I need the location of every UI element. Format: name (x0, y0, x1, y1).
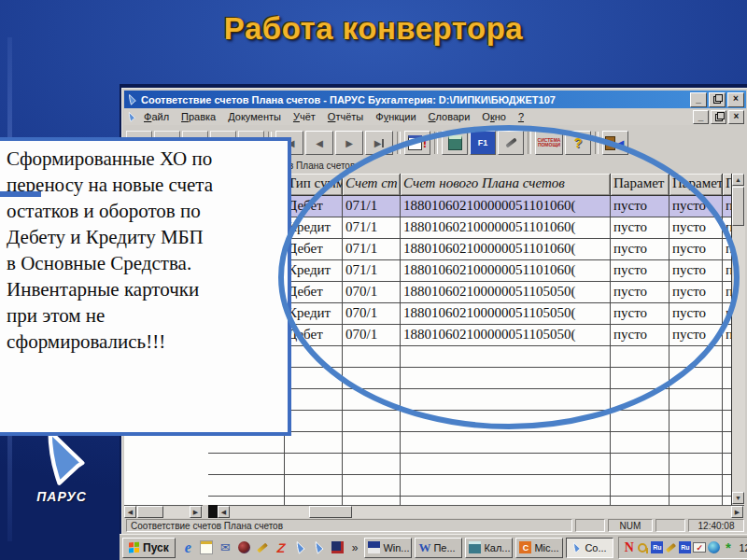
table-cell (285, 454, 343, 475)
ru-indicator[interactable]: Ru (679, 541, 691, 553)
table-cell (343, 454, 401, 475)
parus-sail-icon[interactable] (292, 539, 308, 555)
table-cell: 070/1 (343, 325, 401, 346)
table-cell: Кредит (285, 217, 343, 239)
tools-button[interactable] (498, 131, 524, 155)
restore-button[interactable] (709, 92, 726, 107)
table-cell: пусто (669, 303, 723, 325)
table-cell: пусто (611, 303, 669, 325)
table-cell (343, 389, 401, 411)
table-cell (669, 346, 723, 368)
system-help-button[interactable]: СИСТЕМА ПОМОЩИ (535, 131, 563, 155)
f1-reference-button[interactable]: F1 (470, 131, 496, 155)
pencil-icon[interactable] (255, 539, 271, 555)
nod32-icon[interactable]: N (623, 541, 635, 553)
next-record-button[interactable]: ▶ (335, 131, 363, 155)
exit-arrow-icon: ◄ (616, 137, 627, 148)
window-controls: _ × (690, 92, 744, 107)
scroll-up-button[interactable]: ▲ (732, 174, 744, 186)
calculator-icon (448, 135, 462, 150)
table-scroll-left-button[interactable]: ◀ (218, 506, 230, 518)
table-cell (669, 368, 723, 389)
table-cell: Кредит (285, 303, 343, 325)
start-button[interactable]: Пуск (122, 538, 176, 558)
mdi-minimize-button[interactable]: _ (693, 110, 709, 124)
table-row-empty[interactable] (208, 475, 744, 497)
table-cell (208, 497, 285, 505)
table-hscrollbar[interactable]: ◀ ▶ (218, 505, 744, 519)
table-cell: Дебет (285, 196, 343, 217)
taskbar: Пуск e✉Z » Win...WПе...Кал...СМіс...Со..… (120, 534, 747, 560)
menu-item-3[interactable]: Учёт (288, 110, 321, 123)
table-cell (285, 432, 343, 454)
status-panel (655, 519, 685, 532)
exit-button[interactable]: ◄ (602, 131, 628, 155)
calculator-button[interactable] (442, 131, 468, 155)
table-cell: пусто (669, 282, 723, 303)
menu-item-6[interactable]: Словари (423, 110, 476, 123)
scroll-down-button[interactable]: ▼ (732, 492, 744, 504)
menu-item-1[interactable]: Правка (176, 110, 221, 123)
taskbar-task-1[interactable]: WПе... (415, 538, 462, 558)
mail-icon[interactable]: ✓ (693, 542, 706, 553)
parus-sail-icon[interactable] (311, 539, 327, 555)
table-cell (401, 346, 611, 368)
menu-item-2[interactable]: Документы (222, 110, 287, 123)
last-record-button[interactable]: ▶ (365, 131, 393, 155)
status-bar: Соответствие счетов Плана счетов NUM 12:… (124, 518, 746, 533)
taskbar-task-3[interactable]: СМіс... (515, 538, 563, 558)
minimize-button[interactable]: _ (690, 92, 707, 107)
previous-record-button[interactable]: ◀ (305, 131, 333, 155)
key-icon[interactable] (637, 541, 649, 553)
window-title: Соответствие счетов Плана счетов - ПАРУС… (141, 94, 686, 105)
column-header-2: Счет ст (343, 174, 401, 196)
taskbar-task-2[interactable]: Кал... (465, 538, 513, 558)
table-cell: 188010602100000051101060( (401, 217, 611, 239)
left-pane-hscrollbar[interactable]: ◀ ▶ (124, 505, 203, 519)
table-cell: 071/1 (343, 217, 401, 239)
setup-icon[interactable] (330, 539, 345, 555)
calendar-button[interactable]: ! (404, 131, 430, 155)
chevron-right-icon[interactable]: » (350, 541, 360, 554)
table-scroll-right-button[interactable]: ▶ (731, 506, 743, 518)
pencil-icon[interactable] (665, 541, 677, 553)
table-cell: 071/1 (343, 260, 401, 282)
table-cell: 188010602100000051105050( (401, 282, 611, 303)
table-cell: пусто (611, 282, 669, 303)
menu-item-0[interactable]: Файл (138, 110, 175, 123)
globe-icon[interactable] (236, 539, 252, 555)
num-lock-indicator: NUM (608, 519, 653, 532)
mail-icon[interactable]: ✉ (218, 539, 233, 555)
ie-icon[interactable]: e (180, 539, 196, 555)
ru-indicator[interactable]: Ru (651, 541, 663, 553)
close-button[interactable]: × (727, 92, 744, 107)
flower-icon[interactable]: * (722, 541, 734, 553)
menu-item-8[interactable]: ? (513, 110, 529, 123)
help-button[interactable]: ? (565, 131, 591, 155)
menu-item-7[interactable]: Окно (476, 110, 512, 123)
menu-bar-items: ФайлПравкаДокументыУчётОтчётыФункцииСлов… (138, 110, 691, 123)
task-label: Міс... (534, 542, 558, 553)
table-cell: пусто (669, 325, 723, 346)
notes-icon[interactable] (199, 539, 215, 555)
table-cell: пусто (611, 217, 669, 239)
mdi-close-button[interactable]: × (728, 110, 744, 124)
left-pane-scroll-thumb[interactable] (137, 506, 163, 518)
table-row-empty[interactable] (208, 454, 744, 475)
table-scroll-thumb[interactable] (309, 506, 352, 518)
table-cell: Дебет (285, 239, 343, 260)
table-cell (401, 432, 611, 454)
task-buttons: Win...WПе...Кал...СМіс...Со... (362, 538, 615, 558)
lightning-icon[interactable]: Z (271, 539, 291, 555)
vertical-scroll-thumb[interactable] (732, 187, 744, 226)
vertical-scrollbar[interactable]: ▲ ▼ (731, 174, 745, 505)
left-pane-scroll-right-button[interactable]: ▶ (190, 506, 202, 518)
cd-icon[interactable] (708, 541, 720, 553)
taskbar-task-0[interactable]: Win... (364, 538, 412, 558)
table-row-empty[interactable] (208, 497, 744, 505)
taskbar-task-4[interactable]: Со... (566, 538, 613, 558)
mdi-restore-button[interactable] (711, 110, 726, 124)
menu-item-5[interactable]: Функции (370, 110, 421, 123)
left-pane-scroll-left-button[interactable]: ◀ (124, 506, 136, 518)
menu-item-4[interactable]: Отчёты (322, 110, 369, 123)
